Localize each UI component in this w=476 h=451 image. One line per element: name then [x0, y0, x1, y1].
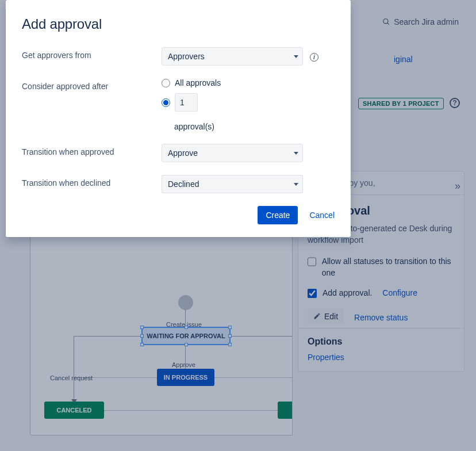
create-button[interactable]: Create — [258, 206, 298, 224]
transition-approved-label: Transition when approved — [22, 144, 151, 162]
consider-approved-label: Consider approved after — [22, 78, 151, 131]
count-approvals-option[interactable] — [162, 93, 335, 112]
info-icon[interactable]: i — [310, 53, 318, 62]
all-approvals-radio[interactable] — [162, 79, 170, 87]
add-approval-modal: Add approval Get approvers from Approver… — [6, 0, 351, 237]
transition-declined-select[interactable]: Declined — [162, 175, 303, 193]
modal-title: Add approval — [22, 16, 335, 32]
all-approvals-label: All approvals — [175, 78, 221, 87]
all-approvals-option[interactable]: All approvals — [162, 78, 335, 87]
get-approvers-label: Get approvers from — [22, 47, 151, 66]
approvers-select[interactable]: Approvers — [162, 47, 303, 66]
count-approvals-radio[interactable] — [162, 98, 170, 107]
transition-approved-select[interactable]: Approve — [162, 144, 303, 162]
approval-count-input[interactable] — [175, 93, 198, 112]
transition-declined-label: Transition when declined — [22, 175, 151, 193]
cancel-button[interactable]: Cancel — [309, 211, 335, 220]
approval-suffix: approval(s) — [174, 122, 335, 131]
